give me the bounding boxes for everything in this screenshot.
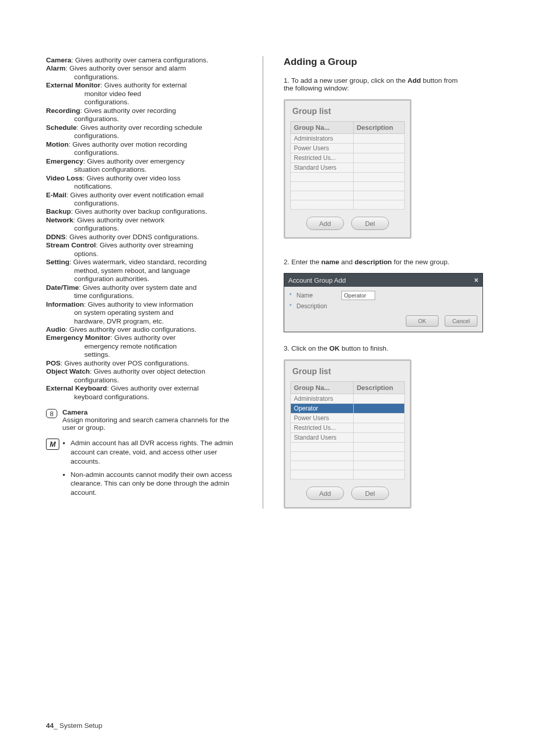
- instr3-pre: 3. Click on the: [284, 345, 329, 352]
- table-row[interactable]: Restricted Us...: [291, 153, 405, 163]
- ok-button[interactable]: OK: [406, 315, 439, 327]
- definition-item: Schedule: Gives authority over recording…: [46, 124, 240, 141]
- table-row[interactable]: [291, 173, 405, 182]
- definition-item: Audio: Gives authority over audio config…: [46, 326, 240, 334]
- th-description[interactable]: Description: [353, 382, 404, 394]
- table-row[interactable]: [291, 191, 405, 200]
- cancel-button[interactable]: Cancel: [445, 315, 477, 327]
- instruction-2: 2. Enter the name and description for th…: [284, 258, 467, 266]
- page-footer: 44_ System Setup: [46, 722, 102, 729]
- note-item: Admin account has all DVR access rights.…: [71, 439, 240, 466]
- add-button[interactable]: Add: [306, 487, 344, 500]
- del-button[interactable]: Del: [351, 217, 389, 230]
- add-button[interactable]: Add: [306, 217, 344, 230]
- table-row[interactable]: Administrators: [291, 394, 405, 404]
- footer-sep: _: [54, 722, 59, 729]
- instruction-1: 1. To add a new user group, click on the…: [284, 77, 467, 92]
- instr1-bold: Add: [407, 77, 421, 84]
- group-table-2: Group Na... Description AdministratorsOp…: [290, 381, 405, 479]
- table-row[interactable]: [291, 452, 405, 461]
- group-list-panel-1: Group list Group Na... Description Admin…: [284, 99, 411, 239]
- definition-list: Camera: Gives authority over camera conf…: [46, 56, 240, 401]
- instr3-post: button to finish.: [340, 345, 388, 352]
- instr1-pre: 1. To add a new user group, click on the: [284, 77, 407, 84]
- group-list-panel-2: Group list Group Na... Description Admin…: [284, 359, 411, 509]
- definition-item: POS: Gives authority over POS configurat…: [46, 359, 240, 368]
- table-row[interactable]: [291, 182, 405, 191]
- name-input[interactable]: [341, 291, 375, 300]
- note-item: Non-admin accounts cannot modify their o…: [71, 470, 240, 497]
- instr2-post: for the new group.: [392, 258, 450, 266]
- definition-item: E-Mail: Gives authority over event notif…: [46, 191, 240, 208]
- table-row[interactable]: [291, 200, 405, 210]
- table-row[interactable]: Power Users: [291, 144, 405, 153]
- del-button[interactable]: Del: [351, 487, 389, 500]
- definition-item: DDNS: Gives authority over DDNS configur…: [46, 233, 240, 241]
- table-row[interactable]: Standard Users: [291, 163, 405, 173]
- instruction-3: 3. Click on the OK button to finish.: [284, 345, 467, 352]
- account-group-add-dialog: Account Group Add × * Name * Description: [284, 273, 483, 332]
- name-label: Name: [296, 292, 338, 299]
- note-icon: M: [46, 439, 59, 450]
- table-row[interactable]: [291, 443, 405, 452]
- instr2-b1: name: [321, 258, 339, 266]
- definition-item: Date/Time: Gives authority over system d…: [46, 284, 240, 301]
- group-table-1: Group Na... Description AdministratorsPo…: [290, 121, 405, 210]
- definition-item: Information: Gives authority to view inf…: [46, 301, 240, 326]
- footer-title: System Setup: [59, 722, 102, 729]
- definition-item: Motion: Gives authority over motion reco…: [46, 141, 240, 157]
- table-row[interactable]: Standard Users: [291, 433, 405, 443]
- definition-item: Alarm: Gives authority over sensor and a…: [46, 64, 240, 81]
- definition-item: External Keyboard: Gives authority over …: [46, 384, 240, 401]
- definition-item: Setting: Gives watermark, video standard…: [46, 258, 240, 283]
- th-group-name[interactable]: Group Na...: [291, 382, 354, 394]
- description-input[interactable]: [341, 302, 408, 310]
- notes-list: Admin account has all DVR access rights.…: [64, 439, 240, 501]
- close-icon[interactable]: ×: [474, 276, 478, 284]
- page-number: 44: [46, 722, 54, 729]
- table-row[interactable]: [291, 461, 405, 470]
- definition-item: Object Watch: Gives authority over objec…: [46, 368, 240, 384]
- instr2-mid: and: [339, 258, 355, 266]
- definition-item: Camera: Gives authority over camera conf…: [46, 56, 240, 64]
- section-heading: Adding a Group: [284, 56, 467, 67]
- table-row[interactable]: Restricted Us...: [291, 423, 405, 433]
- step-text-camera: Assign monitoring and search camera chan…: [62, 416, 240, 431]
- definition-item: Recording: Gives authority over recordin…: [46, 107, 240, 124]
- panel-title: Group list: [292, 367, 405, 376]
- description-label: Description: [296, 303, 338, 310]
- th-description[interactable]: Description: [353, 122, 404, 134]
- panel-title: Group list: [292, 107, 405, 116]
- table-row[interactable]: Power Users: [291, 414, 405, 423]
- instr2-b2: description: [355, 258, 392, 266]
- table-row[interactable]: Administrators: [291, 134, 405, 144]
- table-row[interactable]: [291, 470, 405, 479]
- instr2-pre: 2. Enter the: [284, 258, 321, 266]
- definition-item: Backup: Gives authority over backup conf…: [46, 208, 240, 216]
- th-group-name[interactable]: Group Na...: [291, 122, 354, 134]
- instr3-bold: OK: [329, 345, 339, 352]
- definition-item: Stream Control: Gives authority over str…: [46, 241, 240, 258]
- definition-item: Emergency Monitor: Gives authority overe…: [46, 334, 240, 359]
- step-number-8: 8: [46, 409, 57, 418]
- required-asterisk: *: [289, 292, 293, 299]
- definition-item: Emergency: Gives authority over emergenc…: [46, 157, 240, 174]
- step-title-camera: Camera: [62, 408, 88, 416]
- definition-item: Network: Gives authority over networkcon…: [46, 216, 240, 233]
- definition-item: External Monitor: Gives authority for ex…: [46, 81, 240, 106]
- definition-item: Video Loss: Gives authority over video l…: [46, 174, 240, 191]
- required-asterisk: *: [289, 303, 293, 310]
- table-row[interactable]: Operator: [291, 404, 405, 414]
- dialog-title: Account Group Add: [288, 277, 346, 284]
